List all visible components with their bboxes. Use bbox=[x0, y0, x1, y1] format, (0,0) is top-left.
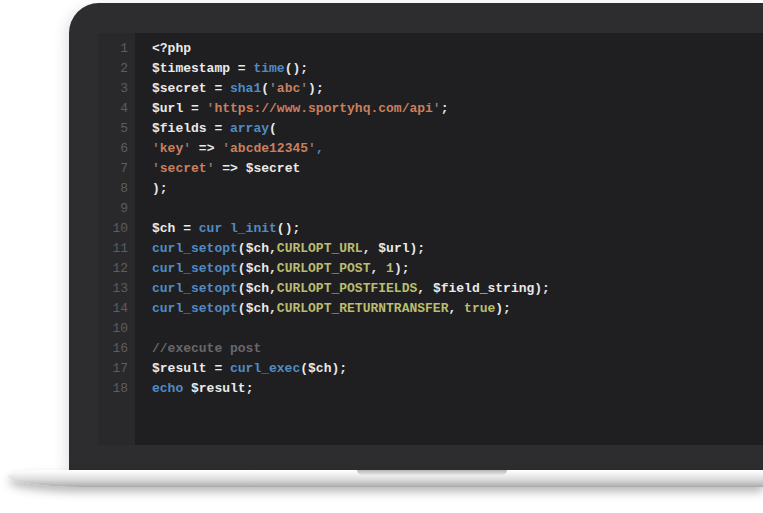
line-number: 12 bbox=[98, 259, 128, 279]
token-plain: $fields = bbox=[152, 121, 230, 136]
code-line[interactable]: 10$ch = cur l_init(); bbox=[98, 219, 763, 239]
line-number: 4 bbox=[98, 99, 128, 119]
code-text: $result = curl_exec($ch); bbox=[128, 359, 347, 379]
line-number: 17 bbox=[98, 359, 128, 379]
line-number: 11 bbox=[98, 239, 128, 259]
laptop-screen-bezel: 1<?php2$timestamp = time();3$secret = sh… bbox=[69, 3, 763, 470]
line-number: 9 bbox=[98, 199, 128, 219]
token-func: time bbox=[253, 61, 284, 76]
token-quote: ' bbox=[308, 141, 316, 156]
token-quote: ' bbox=[300, 81, 308, 96]
token-plain: ; bbox=[441, 101, 449, 116]
laptop-base bbox=[8, 470, 763, 487]
token-plain: ($ch, bbox=[238, 241, 277, 256]
code-line[interactable]: 3$secret = sha1('abc'); bbox=[98, 79, 763, 99]
token-plain: , $field_string); bbox=[417, 281, 550, 296]
token-func: array bbox=[230, 121, 269, 136]
token-const: CURLOPT_POST bbox=[277, 261, 371, 276]
code-text: echo $result; bbox=[128, 379, 253, 399]
token-const: true bbox=[464, 301, 495, 316]
code-line[interactable]: 14curl_setopt($ch,CURLOPT_RETURNTRANSFER… bbox=[98, 299, 763, 319]
code-text: $url = 'https://www.sportyhq.com/api'; bbox=[128, 99, 448, 119]
code-line[interactable]: 5$fields = array( bbox=[98, 119, 763, 139]
token-plain: ); bbox=[394, 261, 410, 276]
token-plain: $result; bbox=[183, 381, 253, 396]
token-plain: $url = bbox=[152, 101, 207, 116]
token-plain: => bbox=[191, 141, 222, 156]
token-func: cur l_init bbox=[199, 221, 277, 236]
line-number: 14 bbox=[98, 299, 128, 319]
token-const: CURLOPT_RETURNTRANSFER bbox=[277, 301, 449, 316]
code-line[interactable]: 11curl_setopt($ch,CURLOPT_URL, $url); bbox=[98, 239, 763, 259]
token-plain: ($ch, bbox=[238, 261, 277, 276]
code-text: //execute post bbox=[128, 339, 261, 359]
token-plain: , bbox=[370, 261, 386, 276]
line-number: 3 bbox=[98, 79, 128, 99]
token-plain: ); bbox=[152, 181, 168, 196]
code-text: $fields = array( bbox=[128, 119, 277, 139]
line-number: 8 bbox=[98, 179, 128, 199]
code-line[interactable]: 2$timestamp = time(); bbox=[98, 59, 763, 79]
code-line[interactable]: 1<?php bbox=[98, 39, 763, 59]
code-line[interactable]: 18echo $result; bbox=[98, 379, 763, 399]
token-quote: ' bbox=[433, 101, 441, 116]
token-quote: ' bbox=[152, 161, 160, 176]
token-func: echo bbox=[152, 381, 183, 396]
code-text: 'key' => 'abcde12345', bbox=[128, 139, 324, 159]
code-line[interactable]: 13curl_setopt($ch,CURLOPT_POSTFIELDS, $f… bbox=[98, 279, 763, 299]
token-const: CURLOPT_POSTFIELDS bbox=[277, 281, 417, 296]
code-line[interactable]: 10 bbox=[98, 319, 763, 339]
line-number: 16 bbox=[98, 339, 128, 359]
line-number: 7 bbox=[98, 159, 128, 179]
code-line[interactable]: 12curl_setopt($ch,CURLOPT_POST, 1); bbox=[98, 259, 763, 279]
code-line[interactable]: 17$result = curl_exec($ch); bbox=[98, 359, 763, 379]
token-plain: (); bbox=[277, 221, 300, 236]
token-func: curl_setopt bbox=[152, 301, 238, 316]
token-plain: ($ch); bbox=[300, 361, 347, 376]
code-line[interactable]: 8); bbox=[98, 179, 763, 199]
token-func: sha1 bbox=[230, 81, 261, 96]
token-string: abc bbox=[277, 81, 300, 96]
token-string: secret bbox=[160, 161, 207, 176]
code-line[interactable]: 6'key' => 'abcde12345', bbox=[98, 139, 763, 159]
code-text: ); bbox=[128, 179, 168, 199]
code-editor[interactable]: 1<?php2$timestamp = time();3$secret = sh… bbox=[98, 33, 763, 445]
line-number: 5 bbox=[98, 119, 128, 139]
token-plain: $secret = bbox=[152, 81, 230, 96]
code-text: curl_setopt($ch,CURLOPT_POSTFIELDS, $fie… bbox=[128, 279, 550, 299]
token-plain: ); bbox=[308, 81, 324, 96]
token-plain: ( bbox=[261, 81, 269, 96]
token-const: 1 bbox=[386, 261, 394, 276]
line-number: 13 bbox=[98, 279, 128, 299]
hinge-notch bbox=[357, 470, 507, 475]
token-quote: ' bbox=[152, 141, 160, 156]
code-text: curl_setopt($ch,CURLOPT_URL, $url); bbox=[128, 239, 425, 259]
token-plain: $ch = bbox=[152, 221, 199, 236]
code-line[interactable]: 9 bbox=[98, 199, 763, 219]
token-quote: ' bbox=[222, 141, 230, 156]
code-text bbox=[128, 199, 152, 219]
token-plain: , $url); bbox=[363, 241, 425, 256]
token-plain: => $secret bbox=[214, 161, 300, 176]
code-text bbox=[128, 319, 152, 339]
line-number: 18 bbox=[98, 379, 128, 399]
token-plain: ($ch, bbox=[238, 301, 277, 316]
token-plain: , bbox=[448, 301, 464, 316]
code-text: $ch = cur l_init(); bbox=[128, 219, 300, 239]
code-line[interactable]: 4$url = 'https://www.sportyhq.com/api'; bbox=[98, 99, 763, 119]
code-text: curl_setopt($ch,CURLOPT_POST, 1); bbox=[128, 259, 410, 279]
token-func: curl_setopt bbox=[152, 281, 238, 296]
token-plain: $result = bbox=[152, 361, 230, 376]
line-number: 2 bbox=[98, 59, 128, 79]
token-plain: <?php bbox=[152, 41, 191, 56]
code-line[interactable]: 16//execute post bbox=[98, 339, 763, 359]
code-line[interactable]: 7'secret' => $secret bbox=[98, 159, 763, 179]
code-text: curl_setopt($ch,CURLOPT_RETURNTRANSFER, … bbox=[128, 299, 511, 319]
line-number: 6 bbox=[98, 139, 128, 159]
token-string: https://www.sportyhq.com/api bbox=[214, 101, 432, 116]
token-string: abcde12345 bbox=[230, 141, 308, 156]
token-comment: //execute post bbox=[152, 341, 261, 356]
token-plain: (); bbox=[285, 61, 308, 76]
token-quote: ' bbox=[183, 141, 191, 156]
code-text: $timestamp = time(); bbox=[128, 59, 308, 79]
